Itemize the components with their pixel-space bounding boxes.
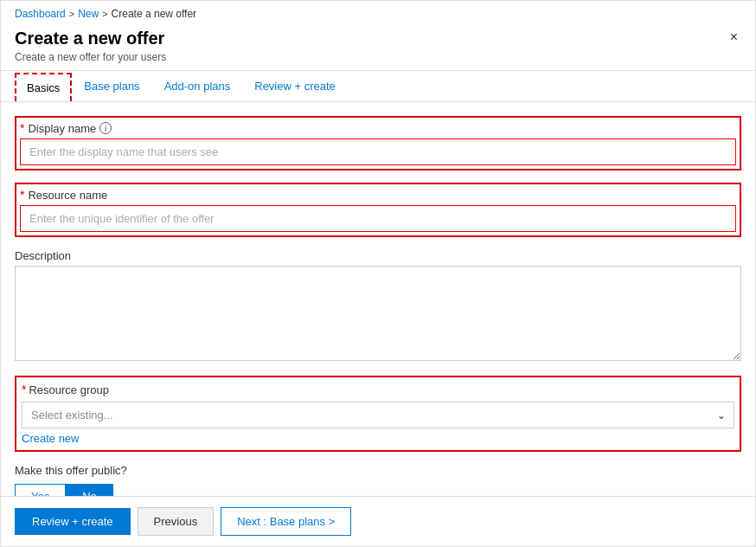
page-subtitle: Create a new offer for your users	[15, 51, 166, 63]
toggle-group: Yes No	[15, 484, 741, 496]
tabs-bar: Basics Base plans Add-on plans Review + …	[1, 71, 755, 102]
resource-name-input[interactable]	[20, 205, 736, 232]
header-title: Create a new offer Create a new offer fo…	[15, 27, 166, 63]
resource-group-select-wrapper: Select existing... ⌄	[22, 402, 734, 428]
review-create-button[interactable]: Review + create	[15, 508, 131, 535]
resource-group-required: *	[22, 383, 26, 396]
resource-group-label-text: Resource group	[29, 383, 109, 396]
resource-name-label: * Resource name	[20, 188, 736, 202]
yes-button[interactable]: Yes	[15, 484, 66, 496]
breadcrumb: Dashboard > New > Create a new offer	[1, 1, 755, 23]
display-name-input[interactable]	[20, 138, 736, 165]
description-input[interactable]	[15, 266, 741, 361]
resource-group-label: * Resource group	[22, 383, 734, 396]
no-button[interactable]: No	[66, 484, 113, 496]
resource-name-label-text: Resource name	[28, 189, 107, 202]
form-content: * Display name i * Resource name Descrip…	[1, 102, 755, 496]
next-button[interactable]: Next : Base plans >	[221, 507, 351, 536]
breadcrumb-current: Create a new offer	[112, 8, 197, 20]
display-name-info-icon: i	[99, 122, 112, 134]
display-name-label-text: Display name	[28, 122, 96, 135]
display-name-required: *	[20, 121, 24, 135]
tab-base-plans[interactable]: Base plans	[72, 71, 151, 101]
display-name-label: * Display name i	[20, 121, 736, 135]
tab-review-create[interactable]: Review + create	[242, 71, 348, 101]
page-title: Create a new offer	[15, 27, 166, 49]
resource-name-field-group: * Resource name	[15, 183, 741, 237]
public-field-group: Make this offer public? Yes No	[15, 464, 741, 496]
tab-basics[interactable]: Basics	[15, 73, 72, 101]
header-row: Create a new offer Create a new offer fo…	[1, 23, 755, 63]
description-label: Description	[15, 249, 741, 262]
resource-group-field-group: * Resource group Select existing... ⌄ Cr…	[15, 376, 741, 452]
resource-name-required: *	[20, 188, 24, 202]
breadcrumb-new[interactable]: New	[78, 8, 99, 20]
footer: Review + create Previous Next : Base pla…	[1, 496, 755, 546]
display-name-field-group: * Display name i	[15, 116, 741, 171]
previous-button[interactable]: Previous	[138, 507, 215, 536]
description-field-group: Description	[15, 249, 741, 364]
breadcrumb-sep-1: >	[69, 9, 74, 19]
close-button[interactable]: ×	[727, 27, 741, 48]
breadcrumb-dashboard[interactable]: Dashboard	[15, 8, 66, 20]
create-new-link[interactable]: Create new	[22, 432, 79, 445]
description-label-text: Description	[15, 249, 71, 262]
resource-group-select[interactable]: Select existing...	[22, 402, 734, 428]
breadcrumb-sep-2: >	[102, 9, 107, 19]
main-panel: Dashboard > New > Create a new offer Cre…	[0, 0, 756, 547]
tab-addon-plans[interactable]: Add-on plans	[152, 71, 243, 101]
public-question-label: Make this offer public?	[15, 464, 741, 477]
